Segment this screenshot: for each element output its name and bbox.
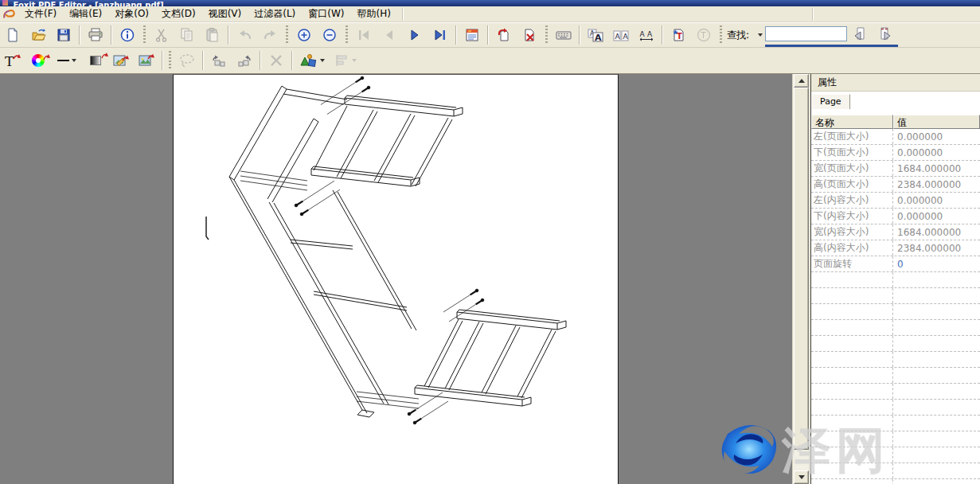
menu-bar: 文件(F) 编辑(E) 对象(O) 文档(D) 视图(V) 过滤器(L) 窗口(… [0,6,980,22]
char-spacing-button[interactable]: AA [634,25,658,46]
toolbar-separator [260,51,261,70]
property-name: 高(内容大小) [811,240,893,256]
menu-view[interactable]: 视图(V) [202,6,248,22]
insert-color-button[interactable] [26,50,50,72]
menu-help[interactable]: 帮助(H) [351,6,397,22]
insert-image-button[interactable] [135,50,158,72]
vertical-scrollbar[interactable] [792,74,809,484]
toolbar-grip[interactable] [286,25,288,45]
property-value[interactable]: 2384.000000 [893,179,980,190]
toolbar-separator [162,51,163,70]
menu-edit[interactable]: 编辑(E) [63,6,108,22]
property-value[interactable]: 0 [893,259,980,270]
insert-text-object-button[interactable]: T [1,50,25,72]
font-size-icon: A A [588,29,603,42]
property-row[interactable]: 高(页面大小)2384.000000 [811,177,980,193]
font-size-button[interactable]: A A [584,25,607,46]
find-options-dropdown[interactable] [753,25,764,46]
font-kerning-button[interactable]: AA [609,25,633,46]
column-header-value[interactable]: 值 [893,115,980,129]
property-row[interactable]: 宽(内容大小)1684.000000 [811,224,980,240]
toolbar-grip[interactable] [720,25,722,45]
scrollbar-thumb[interactable] [794,88,809,450]
keyboard-icon [556,29,572,41]
property-row[interactable]: 下(页面大小)0.000000 [811,145,980,161]
copy-button[interactable] [175,25,199,46]
menu-window[interactable]: 窗口(W) [302,6,350,22]
property-name: 页面旋转 [811,256,893,271]
toolbar-separator [79,25,80,45]
redo-button[interactable] [258,25,282,46]
cut-button[interactable] [150,25,174,46]
print-button[interactable] [84,25,107,46]
property-value[interactable]: 0.000000 [893,131,980,142]
keyboard-button[interactable] [552,25,576,46]
toolbar-grip[interactable] [346,25,348,45]
zoom-in-button[interactable] [292,25,316,46]
property-value[interactable]: 0.000000 [893,195,980,206]
scroll-down-button[interactable] [794,470,809,484]
last-page-button[interactable] [428,25,452,46]
insert-line-button[interactable] [52,50,82,72]
rotate-selection-left-button[interactable] [207,50,231,72]
property-row-empty [811,384,980,400]
property-row[interactable]: 下(内容大小)0.000000 [811,209,980,224]
insert-shading-button[interactable] [84,50,107,72]
first-page-button[interactable] [352,25,376,46]
menu-object[interactable]: 对象(O) [108,6,155,22]
delete-pages-button[interactable] [517,25,541,46]
scroll-up-button[interactable] [794,74,809,88]
next-page-button[interactable] [403,25,427,46]
property-row[interactable]: 高(内容大小)2384.000000 [811,240,980,256]
pdf-page[interactable] [173,74,619,484]
svg-text:A: A [647,30,653,38]
insert-image-icon [139,53,154,68]
tab-page[interactable]: Page [811,94,850,109]
rotate-pages-button[interactable] [492,25,516,46]
properties-grid: 名称 值 左(页面大小)0.000000 下(页面大小)0.000000 宽(页… [811,115,980,484]
insert-text-button[interactable]: T [666,25,690,46]
lasso-select-button[interactable] [175,50,199,72]
find-input[interactable] [765,26,847,41]
menu-document[interactable]: 文档(D) [155,6,202,22]
redo-icon [263,29,278,41]
rotate-selection-right-button[interactable] [232,50,256,72]
undo-button[interactable] [232,25,256,46]
property-value[interactable]: 1684.000000 [893,163,980,174]
toolbar-grip[interactable] [143,25,146,45]
previous-page-button[interactable] [377,25,401,46]
toolbar-grip[interactable] [545,25,548,45]
property-row[interactable]: 左(页面大小)0.000000 [811,129,980,145]
page-thumbnails-button[interactable] [460,25,484,46]
find-next-button[interactable] [873,23,897,45]
open-button[interactable] [26,25,50,46]
document-canvas[interactable]: 属性 Page 名称 值 左(页面大小)0.000000 下(页面大小)0.00… [0,74,980,484]
insert-shape-button[interactable] [296,50,328,72]
document-info-button[interactable] [115,25,139,46]
property-value[interactable]: 2384.000000 [893,243,980,254]
new-document-button[interactable] [1,25,25,46]
property-value[interactable]: 0.000000 [893,147,980,158]
find-previous-button[interactable] [848,23,872,45]
property-name: 高(页面大小) [811,177,893,192]
property-row-empty [811,463,980,479]
property-row[interactable]: 页面旋转0 [811,256,980,272]
paste-button[interactable] [201,25,225,46]
align-objects-button[interactable] [330,50,361,72]
red-arrow-icon [43,54,51,62]
property-value[interactable]: 0.000000 [893,211,980,222]
column-header-name[interactable]: 名称 [811,115,893,129]
delete-object-button[interactable] [264,50,288,72]
edit-image-button[interactable] [109,50,133,72]
save-button[interactable] [52,25,76,46]
toolbar-grip[interactable] [169,51,171,70]
menu-file[interactable]: 文件(F) [18,6,63,22]
insert-text-icon: T [671,28,685,42]
menu-filter[interactable]: 过滤器(L) [248,6,302,22]
property-row[interactable]: 宽(页面大小)1684.000000 [811,161,980,177]
first-page-icon [357,29,371,41]
property-value[interactable]: 1684.000000 [893,227,980,238]
property-row[interactable]: 左(内容大小)0.000000 [811,193,980,209]
text-attributes-button[interactable]: T [692,25,716,46]
zoom-out-button[interactable] [318,25,342,46]
